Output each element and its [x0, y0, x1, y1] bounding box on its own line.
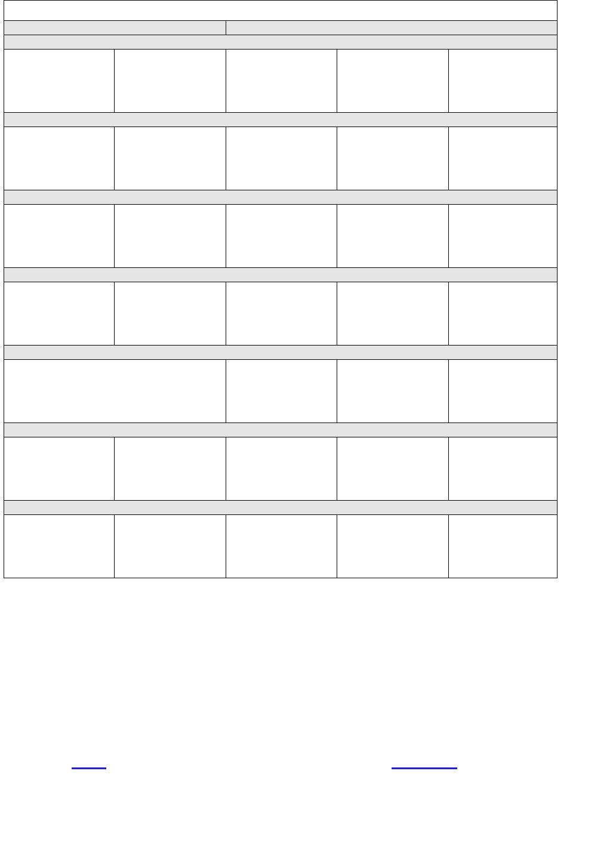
- cell: [226, 205, 337, 268]
- cell: [449, 127, 558, 190]
- cell: [114, 50, 226, 113]
- table-row: [4, 437, 558, 501]
- cell: [226, 282, 337, 346]
- cell: [4, 515, 115, 578]
- cell: [449, 437, 558, 501]
- cell: [114, 515, 226, 578]
- cell: [226, 515, 337, 578]
- cell: [226, 360, 337, 423]
- section-label: [4, 268, 558, 282]
- title-row: [4, 1, 558, 21]
- cell: [337, 360, 449, 423]
- cell: [337, 205, 449, 268]
- section-label: [4, 113, 558, 127]
- cell: [337, 127, 449, 190]
- cell: [226, 50, 337, 113]
- cell: [4, 127, 115, 190]
- cell: [4, 205, 115, 268]
- table-row: [4, 205, 558, 268]
- cell: [114, 205, 226, 268]
- footer-area: [4, 578, 558, 769]
- cell: [337, 282, 449, 346]
- cell: [226, 437, 337, 501]
- section-label: [4, 423, 558, 437]
- table-row: [4, 50, 558, 113]
- section-row: [4, 113, 558, 127]
- section-label: [4, 501, 558, 515]
- cell: [449, 282, 558, 346]
- cell: [114, 437, 226, 501]
- header-right: [226, 21, 557, 35]
- table-row: [4, 360, 558, 423]
- header-row: [4, 21, 558, 35]
- cell: [4, 360, 226, 423]
- cell: [114, 282, 226, 346]
- cell: [449, 515, 558, 578]
- cell: [114, 127, 226, 190]
- section-label: [4, 35, 558, 50]
- cell: [4, 50, 115, 113]
- footer-link-left[interactable]: [72, 764, 106, 769]
- section-row: [4, 190, 558, 205]
- table-row: [4, 515, 558, 578]
- section-row: [4, 501, 558, 515]
- main-table: [4, 0, 558, 578]
- table-row: [4, 282, 558, 346]
- cell: [449, 50, 558, 113]
- cell: [449, 205, 558, 268]
- section-row: [4, 35, 558, 50]
- section-row: [4, 423, 558, 437]
- section-label: [4, 190, 558, 205]
- cell: [226, 127, 337, 190]
- cell: [337, 437, 449, 501]
- table-row: [4, 127, 558, 190]
- cell: [449, 360, 558, 423]
- section-row: [4, 346, 558, 360]
- section-row: [4, 268, 558, 282]
- cell: [4, 282, 115, 346]
- page: [0, 0, 616, 769]
- section-label: [4, 346, 558, 360]
- header-left: [4, 21, 226, 35]
- footer-link-right[interactable]: [392, 764, 457, 769]
- cell: [4, 437, 115, 501]
- cell: [337, 515, 449, 578]
- table-title: [4, 1, 558, 21]
- cell: [337, 50, 449, 113]
